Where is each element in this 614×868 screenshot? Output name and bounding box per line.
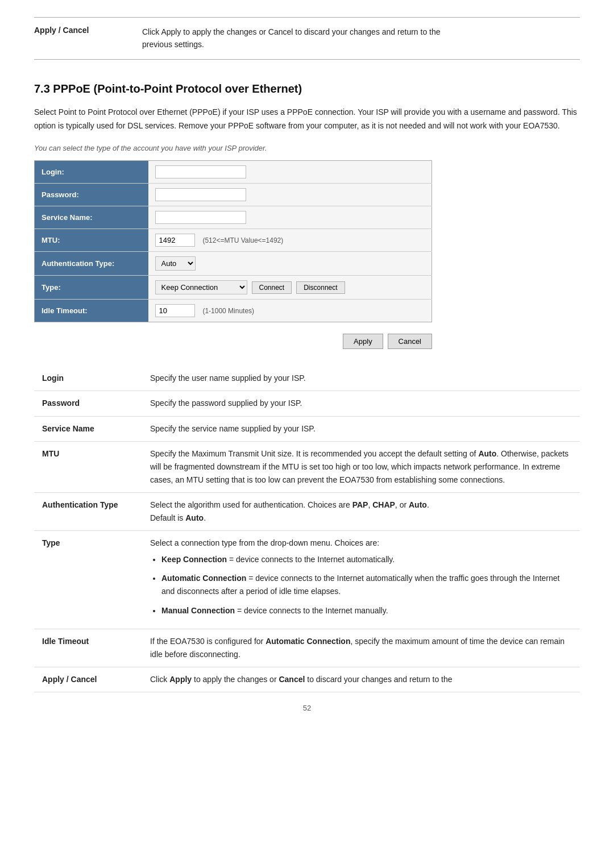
type-choice-manual: Manual Connection = device connects to t… <box>161 604 572 617</box>
form-row-mtu: MTU: (512<=MTU Value<=1492) <box>35 229 432 252</box>
auth-type-select[interactable]: Auto PAP CHAP <box>155 256 196 271</box>
form-row-auth-type: Authentication Type: Auto PAP CHAP <box>35 252 432 276</box>
password-value <box>148 184 432 206</box>
desc-idle-timeout-content: If the EOA7530 is configured for Automat… <box>142 629 580 667</box>
form-row-idle-timeout: Idle Timeout: (1-1000 Minutes) <box>35 300 432 322</box>
desc-row-mtu: MTU Specify the Maximum Transmit Unit si… <box>34 441 580 492</box>
disconnect-button[interactable]: Disconnect <box>296 281 345 294</box>
connect-button[interactable]: Connect <box>252 281 292 294</box>
desc-row-type: Type Select a connection type from the d… <box>34 531 580 629</box>
mtu-input[interactable] <box>155 234 195 247</box>
form-row-password: Password: <box>35 184 432 206</box>
section-heading: 7.3 PPPoE (Point-to-Point Protocol over … <box>34 82 580 95</box>
desc-type-content: Select a connection type from the drop-d… <box>142 531 580 629</box>
desc-login-label: Login <box>34 366 142 391</box>
type-choices-list: Keep Connection = device connects to the… <box>161 553 572 617</box>
type-select[interactable]: Keep Connection Automatic Connection Man… <box>155 280 247 294</box>
cancel-button[interactable]: Cancel <box>388 334 432 349</box>
desc-login-content: Specify the user name supplied by your I… <box>142 366 580 391</box>
desc-mtu-label: MTU <box>34 441 142 492</box>
auth-type-value: Auto PAP CHAP <box>148 252 432 276</box>
desc-service-name-label: Service Name <box>34 416 142 441</box>
desc-row-apply-cancel: Apply / Cancel Click Apply to apply the … <box>34 667 580 692</box>
service-name-label: Service Name: <box>35 206 148 229</box>
login-value <box>148 161 432 184</box>
desc-service-name-content: Specify the service name supplied by you… <box>142 416 580 441</box>
intro-paragraph: Select Point to Point Protocol over Ethe… <box>34 106 580 133</box>
auth-type-label: Authentication Type: <box>35 252 148 276</box>
top-label: Apply / Cancel <box>34 26 125 51</box>
form-row-service-name: Service Name: <box>35 206 432 229</box>
desc-apply-cancel-label: Apply / Cancel <box>34 667 142 692</box>
idle-timeout-input[interactable] <box>155 304 195 317</box>
desc-auth-type-label: Authentication Type <box>34 492 142 530</box>
type-choice-auto: Automatic Connection = device connects t… <box>161 572 572 598</box>
idle-timeout-label: Idle Timeout: <box>35 300 148 322</box>
type-label: Type: <box>35 276 148 300</box>
desc-password-content: Specify the password supplied by your IS… <box>142 391 580 416</box>
desc-row-login: Login Specify the user name supplied by … <box>34 366 580 391</box>
password-label: Password: <box>35 184 148 206</box>
desc-auth-type-content: Select the algorithm used for authentica… <box>142 492 580 530</box>
idle-timeout-value: (1-1000 Minutes) <box>148 300 432 322</box>
desc-row-auth-type: Authentication Type Select the algorithm… <box>34 492 580 530</box>
isp-note: You can select the type of the account y… <box>34 144 580 152</box>
mtu-value: (512<=MTU Value<=1492) <box>148 229 432 252</box>
form-row-login: Login: <box>35 161 432 184</box>
mtu-hint: (512<=MTU Value<=1492) <box>202 236 283 244</box>
login-label: Login: <box>35 161 148 184</box>
desc-apply-cancel-content: Click Apply to apply the changes or Canc… <box>142 667 580 692</box>
type-value: Keep Connection Automatic Connection Man… <box>148 276 432 300</box>
password-input[interactable] <box>155 188 246 201</box>
top-apply-cancel-row: Apply / Cancel Click Apply to apply the … <box>34 17 580 60</box>
apply-button[interactable]: Apply <box>343 334 383 349</box>
desc-type-label: Type <box>34 531 142 629</box>
login-input[interactable] <box>155 165 246 178</box>
desc-row-service-name: Service Name Specify the service name su… <box>34 416 580 441</box>
page-number: 52 <box>34 704 580 712</box>
top-desc: Click Apply to apply the changes or Canc… <box>142 26 580 51</box>
desc-password-label: Password <box>34 391 142 416</box>
service-name-input[interactable] <box>155 211 246 224</box>
idle-timeout-hint: (1-1000 Minutes) <box>202 307 254 315</box>
description-table: Login Specify the user name supplied by … <box>34 366 580 692</box>
service-name-value <box>148 206 432 229</box>
desc-row-idle-timeout: Idle Timeout If the EOA7530 is configure… <box>34 629 580 667</box>
desc-row-password: Password Specify the password supplied b… <box>34 391 580 416</box>
form-buttons-container: Apply Cancel <box>34 334 432 349</box>
desc-idle-timeout-label: Idle Timeout <box>34 629 142 667</box>
top-desc-line2: previous settings. <box>142 40 204 49</box>
form-row-type: Type: Keep Connection Automatic Connecti… <box>35 276 432 300</box>
type-choice-keep: Keep Connection = device connects to the… <box>161 553 572 566</box>
desc-mtu-content: Specify the Maximum Transmit Unit size. … <box>142 441 580 492</box>
pppoe-form-table: Login: Password: Service Name: MTU: (512… <box>34 160 432 322</box>
type-row-container: Keep Connection Automatic Connection Man… <box>155 280 425 294</box>
mtu-label: MTU: <box>35 229 148 252</box>
top-desc-line1: Click Apply to apply the changes or Canc… <box>142 27 441 36</box>
